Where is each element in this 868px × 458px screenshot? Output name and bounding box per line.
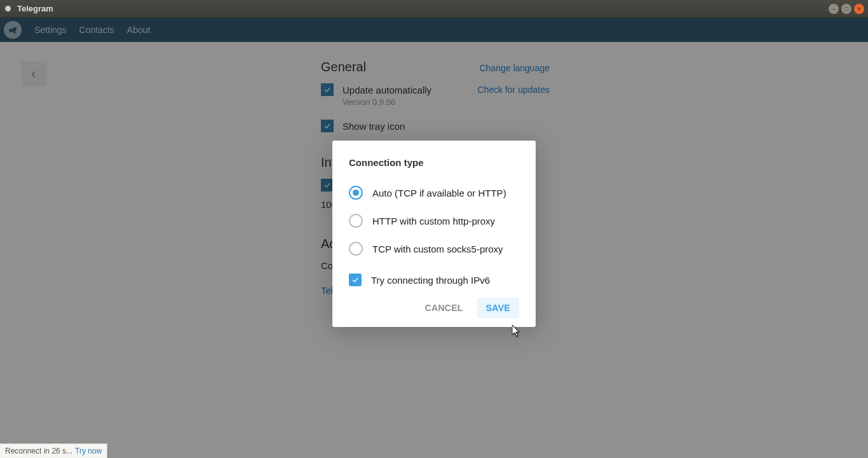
window-title: Telegram (17, 4, 53, 13)
radio-unchecked-icon (349, 214, 363, 228)
titlebar-app-icon (5, 6, 11, 11)
radio-socks5-proxy-label: TCP with custom socks5-proxy (372, 244, 503, 254)
dialog-actions: CANCEL SAVE (349, 298, 519, 318)
radio-auto[interactable]: Auto (TCP if available or HTTP) (349, 186, 519, 200)
radio-checked-icon (349, 186, 363, 200)
ipv6-checkbox-row[interactable]: Try connecting through IPv6 (349, 274, 519, 286)
dialog-title: Connection type (349, 157, 519, 168)
status-bar: Reconnect in 26 s... Try now (0, 443, 107, 458)
status-text: Reconnect in 26 s... (5, 447, 72, 455)
window-controls: – □ × (829, 4, 868, 14)
window-minimize-button[interactable]: – (829, 4, 839, 14)
save-button[interactable]: SAVE (477, 298, 519, 318)
radio-unchecked-icon (349, 242, 363, 256)
window-close-button[interactable]: × (854, 4, 864, 14)
radio-socks5-proxy[interactable]: TCP with custom socks5-proxy (349, 242, 519, 256)
cancel-button[interactable]: CANCEL (416, 298, 472, 318)
window-maximize-button[interactable]: □ (841, 4, 851, 14)
radio-http-proxy-label: HTTP with custom http-proxy (372, 216, 495, 226)
checkbox-checked-icon (349, 274, 362, 286)
try-now-link[interactable]: Try now (75, 447, 102, 455)
radio-http-proxy[interactable]: HTTP with custom http-proxy (349, 214, 519, 228)
radio-auto-label: Auto (TCP if available or HTTP) (372, 188, 506, 198)
os-titlebar: Telegram – □ × (0, 0, 868, 18)
ipv6-label: Try connecting through IPv6 (371, 275, 490, 286)
connection-type-dialog: Connection type Auto (TCP if available o… (332, 141, 536, 327)
